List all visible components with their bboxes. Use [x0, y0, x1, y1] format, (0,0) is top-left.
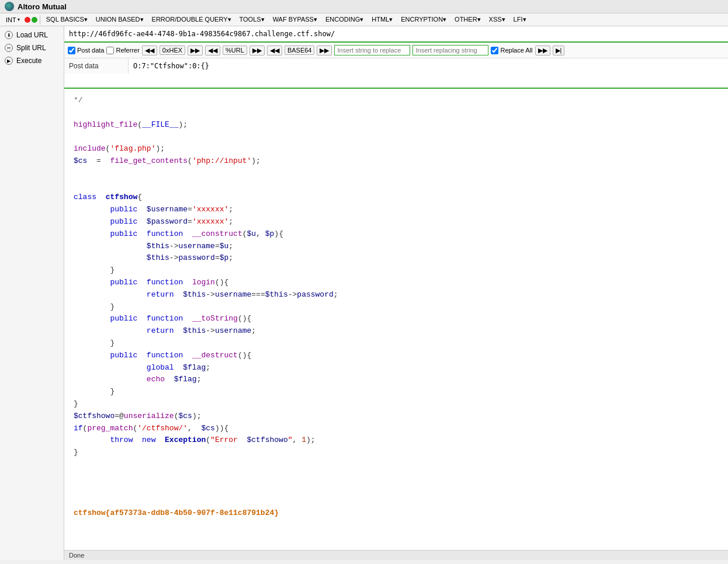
menu-encoding[interactable]: ENCODING▾ — [322, 15, 367, 25]
base64-label-btn[interactable]: BASE64 — [285, 46, 315, 55]
code-line-17: } — [74, 301, 719, 314]
replace-all-text: Replace All — [500, 47, 532, 54]
code-line-12: $this->username=$u; — [74, 241, 719, 253]
replace-far-arrow: ▶| — [556, 47, 562, 54]
menu-waf-bypass[interactable]: WAF BYPASS▾ — [269, 15, 321, 25]
code-line-0: */ — [74, 95, 719, 107]
flag-output: ctfshow{af57373a-ddb8-4b50-907f-8e11c879… — [74, 507, 719, 520]
code-line-10: public $password='xxxxxx'; — [74, 216, 719, 228]
code-line-25: } — [74, 398, 719, 410]
url-arrow-right: ▶▶ — [252, 47, 262, 54]
menubar: INT ▾ SQL BASICS▾ UNION BASED▾ ERROR/DOU… — [0, 13, 728, 26]
code-line-23: echo $flag; — [74, 374, 719, 386]
replace-all-right-btn[interactable]: ▶▶ — [535, 46, 550, 55]
url-label-btn[interactable]: %URL — [223, 46, 247, 55]
hex-label-btn[interactable]: 0xHEX — [160, 46, 185, 55]
code-area: */ highlight_file(__FILE__); include('fl… — [64, 89, 728, 550]
load-url-icon: ⬇ — [5, 31, 13, 39]
replace-all-checkbox[interactable] — [491, 47, 498, 54]
base64-encode-right[interactable]: ▶▶ — [317, 46, 332, 55]
menu-encryption[interactable]: ENCRYPTION▾ — [397, 15, 450, 25]
code-line-5: $cs = file_get_contents('php://input'); — [74, 155, 719, 168]
int-dropdown[interactable]: INT ▾ — [2, 15, 23, 25]
split-url-label: Split URL — [16, 44, 46, 52]
postdata-input[interactable]: O:7:"Ctfshow":0:{} — [129, 58, 728, 88]
postdata-section: Post data O:7:"Ctfshow":0:{} — [64, 58, 728, 89]
url-encode-right[interactable]: ▶▶ — [249, 46, 265, 55]
code-line-8: class ctfshow{ — [74, 192, 719, 204]
hex-arrow-right: ▶▶ — [190, 47, 200, 54]
menu-sql-basics[interactable]: SQL BASICS▾ — [43, 15, 91, 25]
code-line-20: } — [74, 337, 719, 350]
int-label: INT — [6, 16, 16, 23]
split-url-icon: ✂ — [5, 44, 13, 52]
code-line-29: } — [74, 447, 719, 459]
code-line-15: public function login(){ — [74, 277, 719, 289]
execute-icon: ▶ — [5, 57, 13, 65]
referrer-check-text: Referrer — [116, 47, 139, 54]
load-url-button[interactable]: ⬇ Load URL — [0, 29, 64, 41]
code-line-7 — [74, 180, 719, 192]
toolbar-row: Post data Referrer ◀◀ 0xHEX ▶▶ ◀◀ %URL — [64, 43, 728, 58]
load-url-label: Load URL — [16, 31, 48, 39]
status-dot-green — [32, 17, 37, 23]
hex-label-text: 0xHEX — [162, 47, 182, 54]
code-line-19: return $this->username; — [74, 325, 719, 337]
code-line-13: $this->password=$p; — [74, 252, 719, 264]
execute-label: Execute — [16, 57, 41, 65]
code-line-26: $ctfshowo=@unserialize($cs); — [74, 410, 719, 423]
url-bar — [64, 26, 728, 43]
app-logo — [5, 2, 14, 11]
code-line-11: public function __construct($u, $p){ — [74, 228, 719, 241]
status-dot-red — [25, 17, 30, 23]
execute-button[interactable]: ▶ Execute — [0, 54, 64, 67]
url-input[interactable] — [64, 26, 728, 41]
code-line-6 — [74, 168, 719, 180]
menu-lfi[interactable]: LFI▾ — [510, 15, 530, 25]
menu-union-based[interactable]: UNION BASED▾ — [92, 15, 147, 25]
base64-encode-left[interactable]: ◀◀ — [267, 46, 282, 55]
app-title: Altoro Mutual — [18, 2, 67, 11]
postdata-label: Post data — [64, 58, 129, 74]
status-text: Done — [69, 552, 84, 559]
base64-label-text: BASE64 — [287, 47, 312, 54]
menu-other[interactable]: OTHER▾ — [451, 15, 484, 25]
menu-tools[interactable]: TOOLS▾ — [236, 15, 268, 25]
titlebar: Altoro Mutual — [0, 0, 728, 13]
replacing-string-input[interactable] — [412, 45, 488, 55]
split-url-button[interactable]: ✂ Split URL — [0, 41, 64, 54]
url-label-text: %URL — [226, 47, 244, 54]
code-line-3 — [74, 131, 719, 143]
base64-arrow-left: ◀◀ — [270, 47, 279, 54]
replace-all-far-right-btn[interactable]: ▶| — [553, 46, 565, 55]
menu-xss[interactable]: XSS▾ — [486, 15, 509, 25]
code-line-4: include('flag.php'); — [74, 143, 719, 155]
replace-all-check-label[interactable]: Replace All — [491, 47, 532, 54]
right-panel: Post data Referrer ◀◀ 0xHEX ▶▶ ◀◀ %URL — [64, 26, 728, 560]
referrer-checkbox[interactable] — [106, 47, 114, 54]
int-arrow: ▾ — [18, 17, 20, 22]
code-line-28: throw new Exception("Error $ctfshowo", 1… — [74, 434, 719, 447]
statusbar: Done — [64, 550, 728, 560]
referrer-check-label[interactable]: Referrer — [106, 47, 139, 54]
hex-encode-right[interactable]: ▶▶ — [188, 46, 203, 55]
menu-html[interactable]: HTML▾ — [368, 15, 396, 25]
string-to-replace-input[interactable] — [334, 45, 410, 55]
code-line-18: public function __toString(){ — [74, 313, 719, 325]
code-line-14: } — [74, 264, 719, 277]
code-line-9: public $username='xxxxxx'; — [74, 204, 719, 216]
post-data-checkbox[interactable] — [68, 47, 75, 54]
code-line-21: public function __destruct(){ — [74, 350, 719, 362]
code-line-24: } — [74, 386, 719, 398]
base64-arrow-right: ▶▶ — [320, 47, 329, 54]
code-line-27: if(preg_match('/ctfshow/', $cs)){ — [74, 423, 719, 435]
hex-encode-left[interactable]: ◀◀ — [142, 46, 157, 55]
url-arrow-left: ◀◀ — [208, 47, 217, 54]
post-data-check-text: Post data — [77, 47, 104, 54]
url-encode-left[interactable]: ◀◀ — [205, 46, 220, 55]
menu-error-double[interactable]: ERROR/DOUBLE QUERY▾ — [148, 15, 235, 25]
left-panel: ⬇ Load URL ✂ Split URL ▶ Execute — [0, 26, 64, 560]
post-data-check-label[interactable]: Post data — [68, 47, 104, 54]
code-line-16: return $this->username===$this->password… — [74, 289, 719, 301]
code-line-1 — [74, 107, 719, 119]
